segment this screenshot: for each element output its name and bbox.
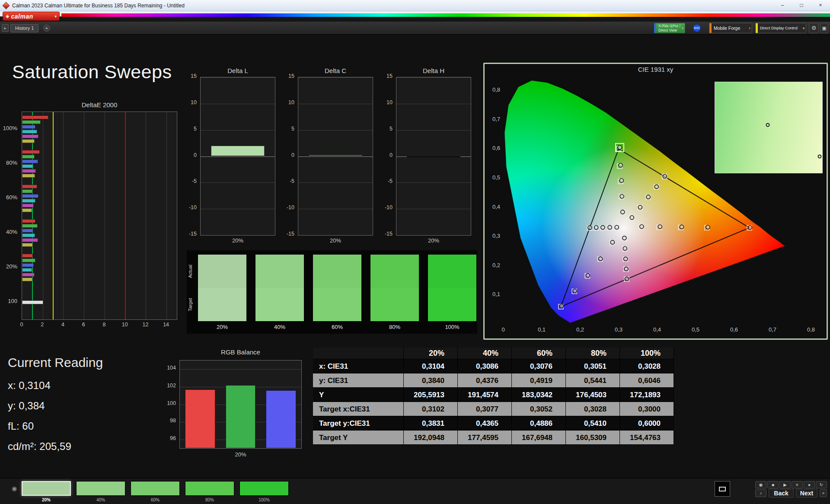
table-row-label: Target Y bbox=[313, 431, 404, 445]
delta-c-gridline bbox=[298, 77, 373, 78]
deltae-bar bbox=[22, 164, 33, 168]
measured-point-green bbox=[618, 146, 622, 150]
delta-c-gridline bbox=[298, 182, 373, 183]
patch-actual bbox=[370, 255, 419, 288]
deltae-bar bbox=[22, 278, 32, 281]
table-cell: 0,3028 bbox=[566, 402, 620, 416]
pattern-window-button[interactable] bbox=[715, 481, 730, 497]
delta-c-yticks: 151050-5-10-15 bbox=[281, 77, 296, 236]
transport-button-3[interactable]: ≡ bbox=[792, 481, 803, 488]
display-control-label: Direct Display Control bbox=[758, 26, 801, 30]
delta-l-plot bbox=[200, 77, 275, 236]
bottom-patch-80%[interactable] bbox=[185, 481, 234, 496]
rgb-balance-gridline bbox=[180, 369, 301, 370]
delta-l-gridline bbox=[201, 104, 275, 104]
calman-logo-menu[interactable]: ◈ calman ▾ bbox=[3, 12, 60, 21]
rgb-balance-yticks: 1041021009896 bbox=[162, 360, 178, 449]
measured-point-cyan bbox=[594, 226, 598, 230]
delta-h-chart-title: Delta H bbox=[396, 67, 471, 74]
bottom-patch-20%[interactable] bbox=[22, 481, 71, 496]
table-cell: 0,5410 bbox=[566, 416, 620, 431]
results-table: 20%40%60%80%100%x: CIE310,31040,30860,30… bbox=[313, 348, 674, 445]
transport-button-5[interactable]: ↻ bbox=[816, 481, 827, 488]
tab-history-1[interactable]: History 1 bbox=[10, 24, 38, 32]
table-row: Target Y192,0948177,4595167,6948160,5309… bbox=[313, 431, 674, 445]
delta-h-gridline bbox=[396, 104, 471, 104]
bottom-patch-60%[interactable] bbox=[131, 481, 180, 496]
cie-xtick-label: 0,3 bbox=[612, 326, 625, 333]
rgb-balance-xlabel: 20% bbox=[179, 451, 302, 458]
bottom-patch-40%[interactable] bbox=[76, 481, 125, 496]
speaker-icon[interactable]: ♪ bbox=[755, 489, 766, 497]
cie-xtick-label: 0,5 bbox=[689, 326, 702, 333]
delta-c-ytick-label: -15 bbox=[287, 231, 294, 237]
cie-xtick-label: 0,6 bbox=[728, 326, 741, 333]
patch-target bbox=[198, 288, 246, 321]
transport-button-4[interactable]: ● bbox=[804, 481, 815, 488]
cie-ytick-label: 0,4 bbox=[487, 204, 500, 210]
measured-point-blue bbox=[599, 257, 603, 261]
measured-point-red bbox=[706, 225, 710, 229]
monitor-icon[interactable]: ▣ bbox=[820, 23, 828, 33]
deltae-gridline bbox=[105, 112, 105, 319]
deltae-bar bbox=[22, 204, 34, 207]
delta-h-ytick-label: -10 bbox=[385, 204, 393, 211]
bottom-patch-100%[interactable] bbox=[239, 481, 289, 496]
deltae-bar bbox=[22, 155, 35, 159]
panel-toggle-button[interactable]: ▸ bbox=[2, 24, 9, 32]
delta-h-gridline bbox=[396, 130, 471, 131]
deltae-bar bbox=[22, 208, 32, 212]
bottom-patch-label: 100% bbox=[239, 498, 289, 502]
deltae-group-label: 100% bbox=[3, 125, 17, 131]
transport-button-0[interactable]: ◉ bbox=[755, 481, 766, 488]
delta-c-gridline bbox=[298, 235, 373, 236]
eye-icon[interactable]: ◉ bbox=[10, 484, 19, 493]
delta-c-xlabel: 20% bbox=[298, 237, 373, 244]
measured-point-cyan bbox=[608, 225, 612, 229]
deltae-bar bbox=[22, 139, 35, 143]
app-window: Calman 2023 Calman Ultimate for Business… bbox=[0, 0, 830, 504]
transport-button-1[interactable]: ■ bbox=[767, 481, 779, 488]
meter-line1: X-Rite i1Pro 3 bbox=[658, 24, 680, 28]
table-cell: 0,5441 bbox=[566, 373, 620, 388]
gear-icon[interactable]: ⚙ bbox=[809, 23, 819, 33]
measured-point-blue bbox=[610, 240, 614, 244]
patch-actual bbox=[313, 255, 361, 288]
next-more-icon[interactable]: » bbox=[820, 489, 827, 497]
delta-l-ytick-label: 0 bbox=[194, 152, 197, 158]
deltae-gridline bbox=[63, 112, 64, 319]
window-controls: – □ × bbox=[773, 0, 830, 11]
deltae-bar bbox=[22, 130, 37, 134]
display-control-selector[interactable]: Direct Display Control ▾ bbox=[756, 23, 806, 33]
cie-ytick-label: 0,5 bbox=[487, 174, 500, 181]
deltae-gridline bbox=[43, 112, 43, 319]
minimize-button[interactable]: – bbox=[773, 0, 792, 11]
table-row: Target y:CIE310,38310,43650,48860,54100,… bbox=[313, 416, 674, 431]
deltae-reference-line bbox=[125, 112, 126, 319]
add-tab-button[interactable]: + bbox=[43, 25, 50, 32]
next-button[interactable]: Next bbox=[796, 489, 817, 498]
source-selector-mobile-forge[interactable]: Mobile Forge ▾ bbox=[709, 23, 752, 33]
reading-cdm2: cd/m²: 205,59 bbox=[8, 440, 71, 453]
deltae-bar bbox=[22, 150, 40, 154]
cie-chart-panel[interactable]: CIE 1931 xy bbox=[483, 63, 828, 340]
delta-h-gridline bbox=[396, 209, 471, 209]
rgb-balance-chart-title: RGB Balance bbox=[179, 348, 302, 356]
bottom-patch-label: 60% bbox=[131, 498, 180, 502]
measured-point-red bbox=[640, 225, 644, 229]
meter-selector-x-rite[interactable]: X-Rite i1Pro 3 Direct View ▾ bbox=[654, 23, 685, 33]
deltae-group-labels: 100%80%60%40%20%100 bbox=[0, 112, 20, 320]
brand-strip-dark bbox=[0, 16, 830, 22]
bottom-patch-label: 80% bbox=[185, 498, 234, 502]
delta-h-gridline bbox=[396, 182, 471, 183]
delta-c-ytick-label: -5 bbox=[290, 178, 294, 184]
maximize-button[interactable]: □ bbox=[792, 0, 811, 11]
table-cell: 0,4919 bbox=[512, 373, 566, 388]
back-button[interactable]: Back bbox=[769, 489, 794, 498]
deltae-bar bbox=[22, 300, 43, 304]
delta-l-ytick-label: -10 bbox=[189, 204, 197, 211]
measured-point-magenta bbox=[622, 236, 626, 240]
deltae-xtick-label: 0 bbox=[16, 322, 28, 328]
close-button[interactable]: × bbox=[811, 0, 830, 11]
transport-button-2[interactable]: ▶ bbox=[779, 481, 791, 488]
